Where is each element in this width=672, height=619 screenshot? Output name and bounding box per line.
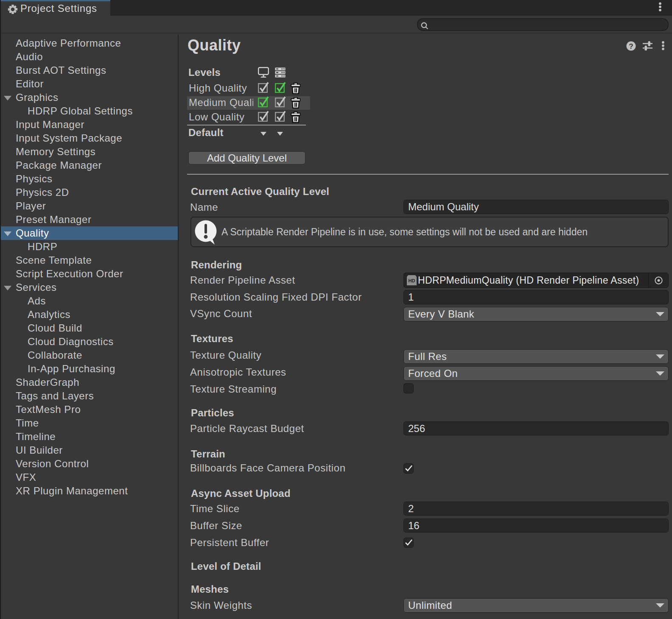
- svg-text:?: ?: [629, 42, 633, 50]
- svg-text:HD: HD: [409, 278, 415, 283]
